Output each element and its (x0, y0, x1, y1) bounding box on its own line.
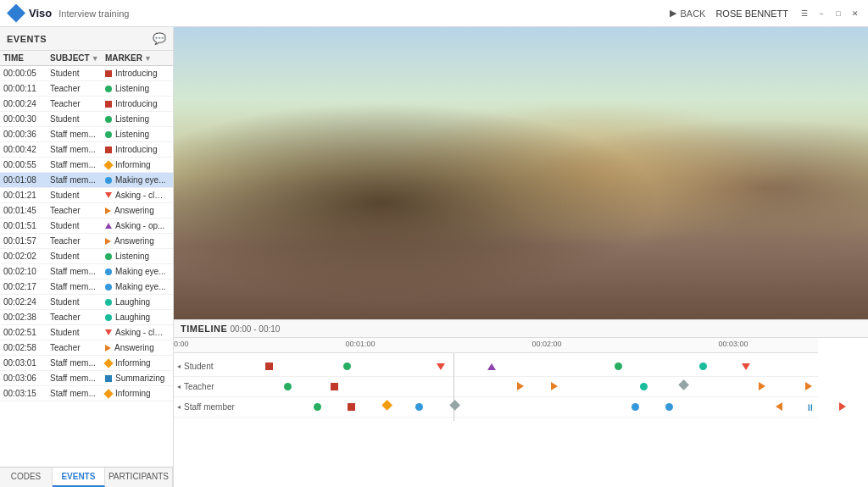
back-button[interactable]: ▶ BACK (670, 8, 705, 19)
ruler-label: 00:03:00 (718, 340, 748, 348)
event-row[interactable]: 00:01:57TeacherAnswering (0, 234, 173, 249)
event-time: 00:02:17 (3, 282, 50, 291)
track-marker[interactable] (742, 362, 750, 372)
left-tab-participants[interactable]: PARTICIPANTS (105, 468, 173, 487)
event-row[interactable]: 00:00:42Staff mem...Introducing (0, 142, 173, 158)
track-marker[interactable] (449, 402, 457, 412)
event-time: 00:03:01 (3, 358, 50, 368)
timeline-content[interactable]: 00:00:0000:01:0000:02:0000:03:00◂Student… (174, 338, 868, 487)
track-collapse-icon[interactable]: ◂ (177, 362, 181, 370)
title-bar-right: ▶ BACK ROSE BENNETT ☰ − □ ✕ (670, 8, 861, 19)
track-collapse-icon[interactable]: ◂ (177, 403, 181, 411)
track-marker[interactable] (517, 382, 524, 392)
track-marker[interactable] (487, 362, 496, 372)
marker-text: Listening (115, 130, 149, 139)
event-time: 00:00:24 (3, 99, 50, 108)
track-collapse-icon[interactable]: ◂ (177, 383, 181, 390)
event-time: 00:02:10 (3, 267, 50, 276)
timeline-title: TIMELINE (181, 324, 227, 334)
track-marker[interactable] (759, 382, 765, 392)
track-marker[interactable] (640, 382, 648, 392)
left-tabs: CODESEVENTSPARTICIPANTS (0, 467, 173, 487)
track-marker[interactable]: ⏸ (805, 402, 815, 412)
left-tab-codes[interactable]: CODES (0, 468, 53, 487)
event-row[interactable]: 00:00:24TeacherIntroducing (0, 97, 173, 112)
track-row: ◂Staff member⏸ (174, 397, 818, 418)
event-row[interactable]: 00:03:01Staff mem...Informing (0, 356, 173, 371)
marker-icon (105, 147, 112, 153)
track-label: ◂Staff member (174, 402, 250, 412)
event-row[interactable]: 00:02:10Staff mem...Making eye... (0, 264, 173, 279)
event-subject: Student (50, 114, 105, 124)
event-row[interactable]: 00:02:17Staff mem...Making eye... (0, 279, 173, 295)
track-marker[interactable] (805, 382, 812, 392)
events-list: 00:00:05StudentIntroducing00:00:11Teache… (0, 66, 173, 467)
close-button[interactable]: ✕ (849, 8, 861, 19)
track-marker[interactable] (265, 362, 273, 372)
track-marker[interactable] (284, 382, 292, 392)
track-marker[interactable] (343, 362, 351, 372)
track-marker[interactable] (665, 402, 673, 412)
event-row[interactable]: 00:02:24StudentLaughing (0, 295, 173, 310)
event-row[interactable]: 00:01:08Staff mem...Making eye... (0, 173, 173, 188)
event-row[interactable]: 00:00:30StudentListening (0, 112, 173, 127)
event-subject: Staff mem... (50, 374, 105, 383)
event-row[interactable]: 00:03:06Staff mem...Summarizing (0, 371, 173, 386)
event-subject: Student (50, 297, 105, 307)
event-time: 00:02:58 (3, 343, 50, 352)
video-player[interactable] (174, 27, 868, 319)
track-lane (250, 377, 818, 396)
event-marker: Listening (105, 84, 170, 93)
track-marker[interactable] (551, 382, 558, 392)
track-marker[interactable] (381, 402, 389, 412)
event-marker: Listening (105, 252, 170, 261)
event-time: 00:00:42 (3, 145, 50, 154)
col-marker: MARKER ▼ (105, 53, 170, 63)
event-row[interactable]: 00:01:21StudentAsking - clo... (0, 188, 173, 203)
minimize-button[interactable]: − (815, 8, 827, 19)
track-marker[interactable] (331, 382, 338, 392)
track-marker[interactable] (632, 402, 639, 412)
event-marker: Informing (105, 160, 170, 169)
event-subject: Teacher (50, 84, 105, 93)
event-row[interactable]: 00:00:55Staff mem...Informing (0, 158, 173, 173)
marker-text: Introducing (115, 145, 157, 154)
event-row[interactable]: 00:02:38TeacherLaughing (0, 310, 173, 325)
event-row[interactable]: 00:01:51StudentAsking - op... (0, 219, 173, 234)
track-marker[interactable] (615, 362, 622, 372)
event-time: 00:01:51 (3, 221, 50, 230)
track-marker[interactable] (348, 402, 355, 412)
marker-text: Listening (115, 252, 149, 261)
event-marker: Asking - clo... (105, 191, 170, 200)
event-row[interactable]: 00:00:11TeacherListening (0, 81, 173, 97)
track-marker[interactable] (839, 402, 846, 412)
track-marker[interactable] (415, 402, 423, 412)
event-subject: Student (50, 328, 105, 337)
event-row[interactable]: 00:03:15Staff mem...Informing (0, 386, 173, 401)
event-row[interactable]: 00:02:51StudentAsking - clo... (0, 325, 173, 340)
marker-filter-icon[interactable]: ▼ (144, 54, 152, 63)
marker-icon (105, 177, 112, 184)
track-marker[interactable] (699, 362, 707, 372)
event-row[interactable]: 00:00:36Staff mem...Listening (0, 127, 173, 142)
left-tab-events[interactable]: EVENTS (53, 468, 105, 487)
menu-icon[interactable]: ☰ (798, 8, 810, 19)
event-subject: Staff mem... (50, 175, 105, 185)
track-marker[interactable] (678, 382, 686, 392)
maximize-button[interactable]: □ (832, 8, 844, 19)
track-marker[interactable] (437, 362, 445, 372)
event-row[interactable]: 00:00:05StudentIntroducing (0, 66, 173, 81)
subject-filter-icon[interactable]: ▼ (92, 54, 99, 63)
timeline-range: 00:00 - 00:10 (230, 324, 280, 334)
event-row[interactable]: 00:01:45TeacherAnswering (0, 203, 173, 219)
event-row[interactable]: 00:02:02StudentListening (0, 249, 173, 264)
marker-icon (103, 160, 113, 169)
event-time: 00:00:05 (3, 69, 50, 78)
ruler-label: 00:01:00 (345, 340, 375, 348)
col-time: TIME (3, 53, 50, 63)
track-marker[interactable] (314, 402, 321, 412)
event-row[interactable]: 00:02:58TeacherAnswering (0, 340, 173, 356)
event-marker: Asking - op... (105, 221, 170, 230)
track-marker[interactable] (771, 402, 782, 412)
event-time: 00:00:30 (3, 114, 50, 124)
